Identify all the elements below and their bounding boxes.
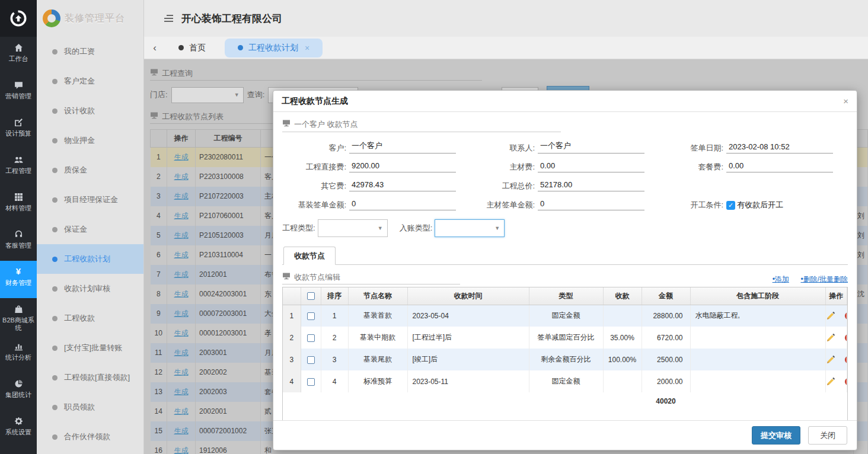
primary-nav-item[interactable]: 客服管理 — [0, 223, 37, 261]
secondary-nav-item[interactable]: 我的工资 — [37, 37, 143, 66]
tab-payment-nodes[interactable]: 收款节点 — [283, 247, 336, 265]
node-percent — [603, 305, 642, 327]
tab-dot-icon — [178, 45, 184, 50]
users-icon — [0, 155, 37, 165]
row-checkbox[interactable] — [307, 378, 315, 386]
platform-logo-icon — [43, 9, 60, 27]
primary-nav-item[interactable]: 系统设置 — [0, 410, 37, 447]
secondary-nav-item[interactable]: 物业押金 — [37, 126, 143, 155]
col-node-name: 节点名称 — [348, 287, 407, 305]
field-value: 0.00 — [726, 161, 833, 172]
add-link[interactable]: •添加 — [773, 275, 789, 283]
tab-home[interactable]: 首页 — [165, 39, 219, 57]
primary-nav-item[interactable]: 工作台 — [0, 37, 37, 74]
delete-link[interactable]: •删除/批量删除 — [800, 275, 848, 283]
chat-icon — [0, 81, 37, 91]
secondary-nav-item[interactable]: 保证金 — [37, 215, 143, 244]
primary-nav-item[interactable]: 材料管理 — [0, 186, 37, 223]
edit-section-header: 收款节点编辑 — [282, 270, 460, 284]
node-amount: 28800.00 — [642, 305, 690, 327]
secondary-nav-item-label: [支付宝]批量转账 — [64, 343, 122, 353]
secondary-nav-item[interactable]: 项目经理保证金 — [37, 185, 143, 215]
primary-nav-item[interactable]: B2B商城系统 — [0, 298, 37, 335]
node-stages — [690, 370, 825, 392]
tab-close-icon[interactable]: × — [305, 43, 309, 53]
summary-field: 主材签单金额: ✓ 0 — [471, 199, 659, 210]
project-type-select[interactable]: ▼ — [318, 219, 388, 237]
select-all-checkbox[interactable] — [307, 292, 315, 300]
primary-nav-item[interactable]: 集团统计 — [0, 373, 37, 410]
dialog-title: 工程收款节点生成 — [282, 91, 348, 111]
node-type: 签单减固定百分比 — [529, 327, 603, 349]
secondary-sidebar: 装修管理平台 我的工资 客户定金 设计收款 — [37, 0, 144, 454]
primary-nav-item[interactable]: 设计预算 — [0, 111, 37, 149]
secondary-nav-item-label: 收款计划审核 — [64, 283, 110, 294]
secondary-nav-item[interactable]: 合作伙伴领款 — [37, 422, 143, 452]
account-type-label: 入账类型: — [400, 223, 433, 234]
tabs-back-icon[interactable]: ‹ — [144, 42, 165, 54]
submit-review-button[interactable]: 提交审核 — [752, 426, 800, 445]
app-window: 工作台 营销管理 设计预算 工程管理 — [0, 0, 868, 454]
field-label: 主材签单金额: — [471, 200, 535, 210]
delete-icon[interactable] — [844, 311, 847, 319]
field-label: 工程直接费: — [282, 162, 346, 172]
row-checkbox[interactable] — [307, 334, 315, 342]
primary-nav-item[interactable]: 统计分析 — [0, 335, 37, 373]
secondary-nav-item[interactable]: 设计收款 — [37, 96, 143, 126]
field-label: 基装签单金额: — [282, 200, 346, 210]
nodes-grid: 排序 节点名称 收款时间 类型 收款 金额 包含施工阶段 操作 — [282, 287, 848, 420]
delete-icon[interactable] — [844, 333, 847, 341]
row-number: 4 — [283, 370, 301, 392]
secondary-nav-item[interactable]: 收款计划审核 — [37, 274, 143, 303]
account-type-select[interactable]: ▼ — [435, 219, 505, 237]
dialog-footer: 提交审核 关闭 — [273, 420, 857, 450]
secondary-nav-item[interactable]: 工程领款[直接领款] — [37, 363, 143, 392]
dialog-close-icon[interactable]: × — [843, 91, 848, 111]
tab-dot-icon — [238, 45, 243, 50]
secondary-nav-item[interactable]: 客户定金 — [37, 66, 143, 96]
edit-icon — [0, 118, 37, 128]
secondary-nav-item[interactable]: 工程收款计划 — [37, 244, 143, 274]
chevron-down-icon: ▼ — [378, 225, 383, 231]
summary-field: 工程总价: ✓ 52178.00 — [471, 180, 659, 191]
col-time: 收款时间 — [407, 287, 529, 305]
edit-section-title: 收款节点编辑 — [294, 272, 340, 283]
secondary-nav-item[interactable]: [支付宝]批量转账 — [37, 333, 143, 363]
node-stages — [690, 327, 825, 349]
node-amount: 6720.00 — [642, 327, 690, 349]
secondary-nav-item-label: 工程收款计划 — [64, 254, 110, 264]
edit-icon[interactable] — [826, 333, 835, 341]
edit-links: •添加 •删除/批量删除 — [763, 274, 848, 284]
headset-icon — [0, 230, 37, 240]
secondary-nav-item[interactable]: 职员领款 — [37, 392, 143, 422]
bullet-icon — [52, 375, 58, 381]
node-percent — [603, 370, 642, 392]
col-stages: 包含施工阶段 — [690, 287, 825, 305]
platform-name: 装修管理平台 — [65, 12, 125, 25]
delete-icon[interactable] — [844, 355, 847, 363]
primary-nav-item[interactable]: ¥ 财务管理 — [0, 261, 37, 298]
monitor-icon — [282, 272, 291, 282]
secondary-nav-item-label: 我的工资 — [64, 46, 95, 57]
node-name: 基装首款 — [348, 305, 407, 327]
secondary-nav-item[interactable]: 工程收款 — [37, 303, 143, 333]
menu-toggle-icon[interactable] — [164, 15, 173, 22]
node-stages: 水电隐蔽工程, — [690, 305, 825, 327]
node-name: 基装尾款 — [348, 349, 407, 370]
secondary-nav-item[interactable]: 质保金 — [37, 155, 143, 185]
edit-icon[interactable] — [826, 355, 835, 363]
edit-icon[interactable] — [826, 377, 835, 385]
close-button[interactable]: 关闭 — [808, 426, 847, 445]
delete-icon[interactable] — [844, 377, 847, 385]
checkbox-checked-icon[interactable]: ✓ — [726, 201, 735, 210]
row-checkbox[interactable] — [307, 312, 315, 320]
primary-nav-item[interactable]: 工程管理 — [0, 149, 37, 186]
bullet-icon — [52, 227, 58, 232]
tab-payment-plan[interactable]: 工程收款计划 × — [225, 39, 323, 57]
summary-field: 客户: ✓ 一个客户 — [282, 140, 471, 154]
primary-nav-item[interactable]: 营销管理 — [0, 74, 37, 111]
bar-chart-icon — [0, 342, 37, 352]
edit-icon[interactable] — [826, 311, 835, 319]
row-checkbox[interactable] — [307, 356, 315, 364]
dialog-titlebar: 工程收款节点生成 × — [273, 91, 857, 112]
